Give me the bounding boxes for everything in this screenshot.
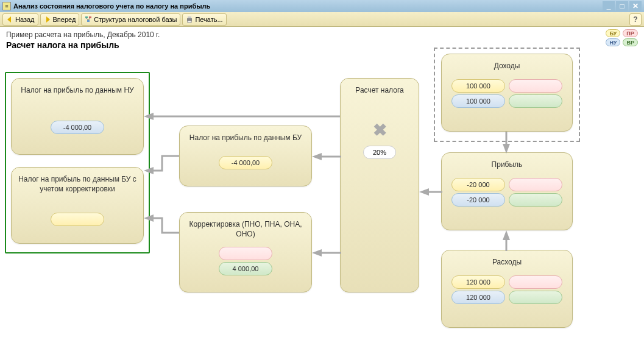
arrow [144, 213, 180, 238]
svg-rect-8 [188, 16, 191, 18]
print-button[interactable]: Печать... [182, 13, 226, 26]
val-nu: 120 000 [451, 291, 505, 304]
node-expense[interactable]: Расходы 120 000 120 000 [441, 250, 573, 328]
node-title: Налог на прибыль по данным БУ с учетом к… [16, 172, 138, 200]
svg-marker-13 [144, 214, 154, 222]
node-income[interactable]: Доходы 100 000 100 000 [441, 54, 573, 132]
legend-bu: БУ [606, 29, 620, 37]
forward-label: Вперед [53, 16, 76, 23]
node-title: Налог на прибыль по данным НУ [16, 83, 138, 102]
svg-marker-12 [144, 167, 154, 174]
close-button[interactable]: ✕ [629, 1, 642, 11]
val-pr [509, 178, 562, 191]
val-bu: -4 000,00 [219, 156, 272, 169]
val-nu: 100 000 [451, 94, 505, 108]
val-bu: 120 000 [451, 275, 505, 289]
app-icon: ≡ [2, 2, 11, 10]
multiply-icon: ✖ [345, 120, 414, 140]
arrow [312, 152, 341, 161]
tax-rate: 20% [363, 146, 396, 159]
diagram-canvas: Налог на прибыль по данным НУ -4 000,00 … [0, 54, 644, 340]
maximize-button[interactable]: □ [616, 1, 628, 11]
svg-rect-9 [188, 21, 191, 23]
svg-marker-11 [144, 113, 154, 120]
structure-label: Структура налоговой базы [94, 16, 177, 23]
node-tax-bu[interactable]: Налог на прибыль по данным БУ -4 000,00 [179, 126, 312, 186]
toolbar: Назад Вперед Структура налоговой базы Пе… [0, 12, 644, 27]
report-header: Пример расчета на прибыль, Декабрь 2010 … [0, 27, 644, 54]
title-bar: ≡ Анализ состояния налогового учета по н… [0, 0, 644, 12]
node-title: Прибыль [447, 158, 567, 176]
svg-marker-19 [419, 188, 429, 196]
node-title: Налог на прибыль по данным БУ [185, 131, 306, 149]
arrow [419, 188, 442, 196]
svg-marker-15 [312, 153, 322, 160]
node-profit[interactable]: Прибыль -20 000 -20 000 [441, 152, 573, 230]
node-correction[interactable]: Корректировка (ПНО, ПНА, ОНА, ОНО) 4 000… [179, 212, 312, 292]
arrow-left-icon [6, 16, 13, 23]
printer-icon [186, 16, 193, 23]
print-label: Печать... [195, 16, 222, 23]
arrow [144, 112, 340, 121]
val-vr [509, 94, 562, 108]
forward-button[interactable]: Вперед [40, 13, 80, 26]
val-pr [509, 79, 562, 93]
report-title: Расчет налога на прибыль [6, 40, 638, 50]
svg-rect-2 [85, 16, 88, 18]
structure-button[interactable]: Структура налоговой базы [81, 13, 180, 26]
val-bu: 100 000 [451, 79, 505, 93]
svg-marker-23 [503, 230, 510, 240]
arrow [312, 249, 341, 257]
arrow [502, 132, 511, 154]
tree-icon [85, 16, 92, 23]
val-bu: -20 000 [451, 178, 505, 191]
val-pr [509, 275, 562, 289]
val-vr: 4 000,00 [219, 262, 272, 275]
val-bu [51, 213, 104, 226]
window-title: Анализ состояния налогового учета по нал… [13, 2, 603, 10]
arrow [502, 230, 511, 251]
node-title: Расходы [447, 255, 567, 274]
val-vr [509, 193, 562, 207]
val-nu: -20 000 [451, 193, 505, 207]
node-calc[interactable]: Расчет налога ✖ 20% [340, 78, 419, 292]
node-title: Корректировка (ПНО, ПНА, ОНА, ОНО) [185, 218, 306, 245]
help-button[interactable]: ? [629, 13, 642, 26]
val-vr [509, 291, 562, 304]
svg-marker-1 [46, 16, 50, 23]
legend: БУ ПР НУ ВР [606, 29, 638, 46]
back-button[interactable]: Назад [2, 13, 38, 26]
svg-rect-4 [87, 20, 90, 22]
legend-nu: НУ [606, 38, 620, 46]
node-tax-bu-corr[interactable]: Налог на прибыль по данным БУ с учетом к… [11, 167, 144, 244]
report-subinfo: Пример расчета на прибыль, Декабрь 2010 … [6, 30, 638, 39]
node-title: Доходы [447, 59, 567, 77]
back-label: Назад [15, 16, 35, 23]
svg-line-5 [87, 18, 88, 20]
minimize-button[interactable]: _ [603, 1, 615, 11]
legend-pr: ПР [623, 29, 637, 37]
svg-marker-17 [312, 249, 322, 257]
arrow [144, 151, 180, 175]
node-title: Расчет налога [345, 83, 414, 102]
arrow-right-icon [44, 16, 51, 23]
val-pr [219, 247, 272, 260]
val-nu: -4 000,00 [51, 121, 104, 134]
svg-rect-3 [89, 16, 91, 18]
svg-marker-0 [7, 16, 11, 23]
legend-vr: ВР [623, 38, 638, 46]
node-tax-nu[interactable]: Налог на прибыль по данным НУ -4 000,00 [11, 78, 144, 155]
svg-line-6 [88, 18, 90, 20]
